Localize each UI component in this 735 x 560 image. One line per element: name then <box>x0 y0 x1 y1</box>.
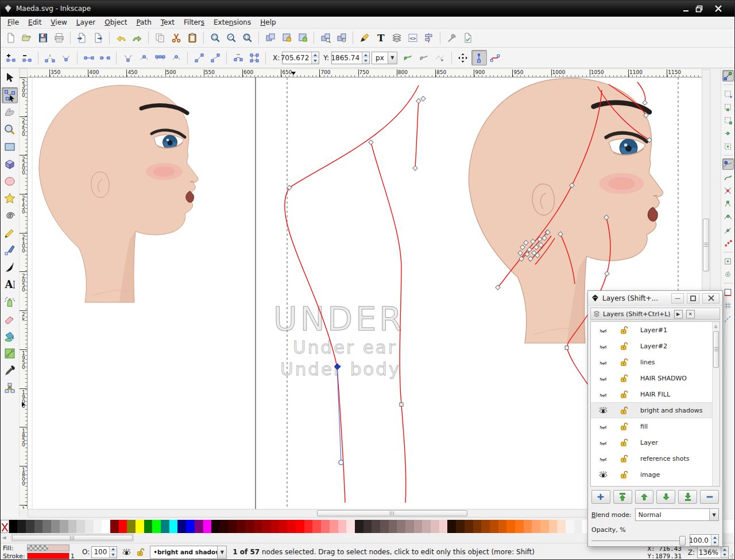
color-swatch[interactable] <box>540 520 549 533</box>
snap-bbox-centers-button[interactable] <box>722 141 734 152</box>
tool-box3d[interactable] <box>2 156 18 172</box>
color-swatch[interactable] <box>177 520 186 533</box>
layer-row[interactable]: reference shots <box>591 450 719 466</box>
color-swatch[interactable] <box>549 520 558 533</box>
menu-help[interactable]: Help <box>256 17 280 28</box>
eye-open-icon[interactable] <box>591 406 615 415</box>
tool-connector[interactable] <box>2 380 18 396</box>
color-swatch[interactable] <box>34 520 43 533</box>
dialog-close-button[interactable] <box>702 293 719 304</box>
snap-line-mid-button[interactable] <box>722 224 734 236</box>
raise-to-top-button[interactable] <box>613 490 632 504</box>
layer-row[interactable]: bright and shadows <box>591 402 719 418</box>
color-swatch[interactable] <box>338 520 347 533</box>
color-swatch[interactable] <box>76 520 85 533</box>
edit-mask-button[interactable] <box>416 50 432 65</box>
color-swatch[interactable] <box>270 520 279 533</box>
color-swatch[interactable] <box>363 520 372 533</box>
import-button[interactable] <box>74 30 90 46</box>
snap-rotation-centers-button[interactable] <box>722 269 734 280</box>
lock-open-icon[interactable] <box>615 325 633 335</box>
preferences-button[interactable] <box>444 30 459 46</box>
stroke-to-path-button[interactable] <box>246 50 262 65</box>
layer-lock-icon[interactable] <box>136 547 145 557</box>
snap-path-intersections-button[interactable] <box>722 185 734 196</box>
tool-spiral[interactable] <box>2 208 18 224</box>
node-smooth-button[interactable] <box>136 50 152 65</box>
color-swatch[interactable] <box>380 520 389 533</box>
paste-button[interactable] <box>184 30 200 46</box>
snap-others-button[interactable] <box>722 238 734 249</box>
color-swatch[interactable] <box>498 520 507 533</box>
copy-button[interactable] <box>152 30 168 46</box>
color-swatch[interactable] <box>203 520 212 533</box>
layer-row[interactable]: Layer#1 <box>591 322 719 338</box>
ungroup-button[interactable] <box>334 30 349 46</box>
snap-bbox-corners-button[interactable] <box>722 114 734 126</box>
layer-visibility-icon[interactable] <box>122 547 131 557</box>
lpe-param-button[interactable] <box>432 50 448 65</box>
tool-rect[interactable] <box>2 139 18 155</box>
close-button[interactable] <box>709 4 728 13</box>
snap-cusp-button[interactable] <box>722 198 734 209</box>
layer-row[interactable]: fill <box>591 418 719 434</box>
tool-tweak[interactable] <box>2 104 18 120</box>
raise-button[interactable] <box>635 490 654 504</box>
text-dialog-button[interactable]: T <box>373 30 388 46</box>
delete-segment-button[interactable] <box>97 50 113 65</box>
color-swatch[interactable] <box>144 520 153 533</box>
eye-closed-icon[interactable] <box>591 438 615 448</box>
print-button[interactable] <box>51 30 67 46</box>
tool-star[interactable] <box>2 190 18 207</box>
zoom-selection-button[interactable] <box>207 30 223 46</box>
color-swatch[interactable] <box>447 520 456 533</box>
zoom-drawing-button[interactable] <box>223 30 239 46</box>
eye-closed-icon[interactable] <box>591 390 615 399</box>
horizontal-ruler[interactable]: 3504004505005506006507007508008509009501… <box>28 69 702 77</box>
color-swatch[interactable] <box>524 520 532 533</box>
delete-layer-button[interactable] <box>700 490 719 504</box>
zoom-page-button[interactable] <box>239 30 255 46</box>
zoom-input[interactable]: 136% <box>697 546 729 558</box>
layer-row[interactable]: image <box>591 466 719 483</box>
color-swatch[interactable] <box>506 520 515 533</box>
color-swatch[interactable] <box>405 520 414 533</box>
xml-editor-button[interactable]: <> <box>405 30 420 46</box>
y-coord-input[interactable]: 1865.74 <box>331 52 370 64</box>
node-symmetric-button[interactable] <box>152 50 168 65</box>
color-swatch[interactable] <box>94 520 102 533</box>
menu-path[interactable]: Path <box>131 17 156 28</box>
color-swatch[interactable] <box>372 520 380 533</box>
snap-enable-button[interactable] <box>722 70 734 81</box>
resize-grip[interactable] <box>728 554 733 559</box>
color-swatch[interactable] <box>279 520 288 533</box>
lock-open-icon[interactable] <box>615 374 633 383</box>
color-swatch[interactable] <box>161 520 169 533</box>
node-auto-button[interactable] <box>168 50 184 65</box>
horizontal-scrollbar-thumb[interactable] <box>317 510 467 516</box>
color-swatch[interactable] <box>136 520 144 533</box>
show-handles-button[interactable] <box>471 50 487 65</box>
tool-eraser[interactable] <box>2 311 18 327</box>
color-swatch[interactable] <box>456 520 465 533</box>
color-swatch[interactable] <box>287 520 296 533</box>
panel-menu-button[interactable]: ▶ <box>674 310 683 318</box>
color-swatch[interactable] <box>127 520 136 533</box>
tool-zoom[interactable] <box>2 122 18 138</box>
layers-dialog-titlebar[interactable]: Layers (Shift+... — <box>588 291 722 306</box>
tool-text[interactable]: A <box>2 277 18 293</box>
current-layer-select[interactable]: •bright and shadows ▼ <box>150 546 227 559</box>
fill-swatch[interactable] <box>27 545 69 551</box>
object-opacity-input[interactable]: 100 <box>91 546 117 558</box>
color-swatch[interactable] <box>304 520 313 533</box>
menu-view[interactable]: View <box>46 17 71 28</box>
lock-open-icon[interactable] <box>615 438 633 447</box>
color-swatch[interactable] <box>26 520 34 533</box>
color-swatch[interactable] <box>254 520 262 533</box>
dialog-restore-button[interactable] <box>687 293 699 304</box>
eye-closed-icon[interactable] <box>591 422 615 431</box>
delete-node-button[interactable] <box>19 50 34 65</box>
snap-nodes-button[interactable] <box>722 158 734 170</box>
stroke-swatch[interactable] <box>27 553 69 559</box>
palette-scrollbar[interactable] <box>11 534 134 542</box>
